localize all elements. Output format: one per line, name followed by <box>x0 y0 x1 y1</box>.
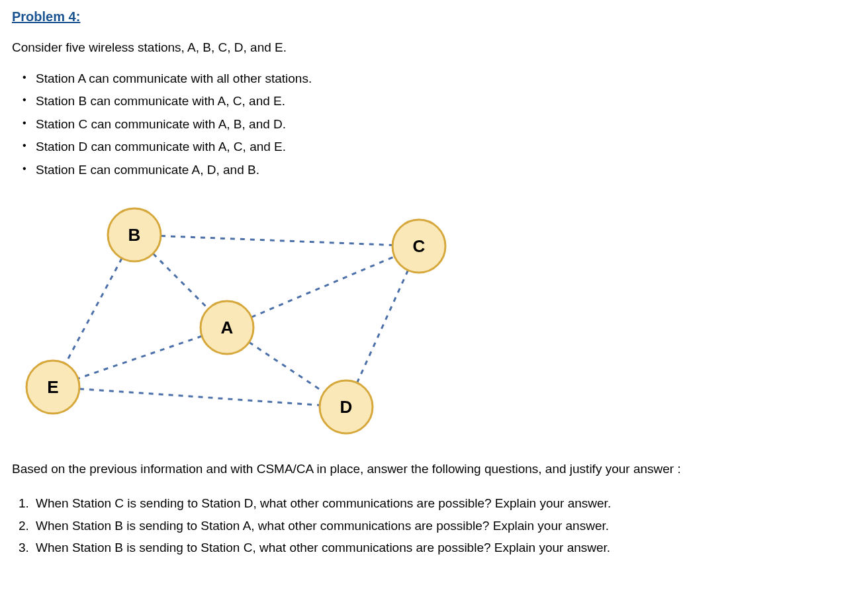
question-item: When Station B is sending to Station C, … <box>36 539 855 558</box>
edge-E-D <box>79 389 320 406</box>
edge-B-C <box>161 236 392 245</box>
bullet-item: Station D can communicate with A, C, and… <box>36 138 855 157</box>
node-label-C: C <box>413 236 426 256</box>
node-D: D <box>320 380 373 433</box>
node-label-D: D <box>340 397 353 417</box>
node-E: E <box>26 361 79 414</box>
edge-A-C <box>251 257 394 318</box>
bullet-list: Station A can communicate with all other… <box>12 69 855 180</box>
bullet-item: Station B can communicate with A, C, and… <box>36 92 855 111</box>
question-item: When Station B is sending to Station A, … <box>36 517 855 536</box>
node-C: C <box>392 220 445 273</box>
edge-B-A <box>153 253 208 308</box>
instruction-text: Based on the previous information and wi… <box>12 459 855 480</box>
question-item: When Station C is sending to Station D, … <box>36 494 855 513</box>
node-label-E: E <box>47 377 58 397</box>
bullet-item: Station A can communicate with all other… <box>36 69 855 89</box>
intro-text: Consider five wireless stations, A, B, C… <box>12 38 855 58</box>
node-label-A: A <box>221 318 234 337</box>
edge-A-D <box>249 342 324 392</box>
bullet-item: Station E can communicate A, D, and B. <box>36 161 855 180</box>
edge-C-D <box>357 270 408 382</box>
question-list: When Station C is sending to Station D, … <box>12 494 855 558</box>
diagram-svg: ABCDE <box>19 195 469 447</box>
bullet-item: Station C can communicate with A, B, and… <box>36 115 855 134</box>
node-A: A <box>201 301 253 354</box>
node-B: B <box>108 208 161 261</box>
network-diagram: ABCDE <box>19 195 469 447</box>
edge-B-E <box>66 258 122 363</box>
problem-title: Problem 4: <box>12 7 855 26</box>
edge-A-E <box>78 336 202 378</box>
node-label-B: B <box>128 225 141 245</box>
